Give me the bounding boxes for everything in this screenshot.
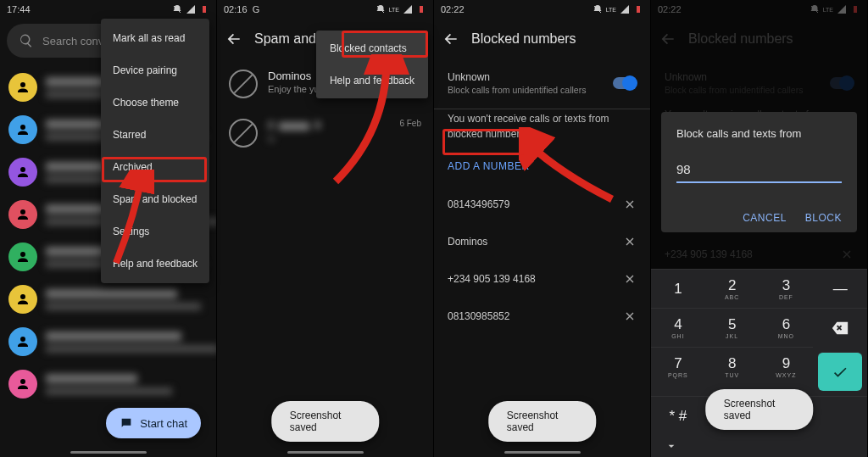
blocked-row: +234 905 139 4168	[434, 260, 650, 298]
clock: 02:16	[224, 4, 248, 14]
status-bar: 02:22 LTE	[434, 0, 650, 19]
number-input[interactable]	[676, 160, 842, 183]
snackbar[interactable]: Screenshot saved	[705, 389, 814, 430]
arrow-icon	[103, 170, 154, 271]
conversation-row[interactable]	[0, 363, 216, 405]
key-sym[interactable]: * #	[651, 396, 705, 435]
key-8[interactable]: 8TUV	[705, 347, 760, 386]
block-icon	[229, 70, 258, 98]
cancel-button[interactable]: CANCEL	[743, 212, 787, 224]
unknown-sub: Block calls from unidentified callers	[448, 85, 586, 95]
back-icon[interactable]	[225, 31, 242, 47]
avatar	[8, 242, 37, 271]
snackbar-text: Screenshot saved	[724, 398, 776, 421]
phone-dialog: 02:22 LTE Blocked numbers Unknown Block …	[651, 0, 868, 457]
fab-label: Start chat	[140, 417, 187, 430]
block-icon	[229, 119, 258, 148]
key-backspace[interactable]	[813, 308, 867, 347]
arrow-icon	[327, 54, 420, 190]
clock: 02:22	[441, 4, 465, 14]
key-1[interactable]: 1	[651, 269, 705, 308]
status-icons: LTE	[376, 4, 426, 14]
snackbar[interactable]: Screenshot saved	[271, 401, 380, 442]
clock: 17:44	[7, 4, 31, 14]
blocked-row: 08130985852	[434, 298, 650, 335]
avatar	[8, 285, 37, 314]
status-bar: 17:44	[0, 0, 216, 19]
nav-bar[interactable]	[287, 451, 364, 454]
status-bar: 02:16 G LTE	[217, 0, 433, 19]
remove-icon[interactable]	[623, 309, 637, 323]
key-9[interactable]: 9WXYZ	[760, 347, 814, 386]
back-icon[interactable]	[442, 31, 459, 47]
key-7[interactable]: 7PQRS	[651, 347, 705, 386]
key-sym[interactable]: —	[813, 269, 867, 308]
blocked-number: 08143496579	[448, 198, 509, 210]
menu-item-choose-theme[interactable]: Choose theme	[101, 86, 209, 119]
avatar	[8, 115, 37, 144]
remove-icon[interactable]	[623, 272, 637, 286]
status-extra: G	[253, 4, 260, 14]
avatar	[8, 327, 37, 356]
remove-icon[interactable]	[623, 198, 637, 211]
status-icons: LTE	[593, 4, 643, 14]
block-button[interactable]: BLOCK	[805, 212, 842, 224]
key-done[interactable]	[818, 352, 862, 391]
svg-rect-0	[203, 6, 206, 13]
conversation-preview	[46, 332, 208, 353]
snackbar-text: Screenshot saved	[290, 410, 342, 433]
phone-messages: 17:44 Search conversations	[0, 0, 217, 457]
svg-rect-1	[420, 6, 423, 13]
status-icons	[172, 4, 209, 14]
dialog-title: Block calls and texts from	[676, 127, 842, 140]
header-title: Blocked numbers	[471, 31, 576, 47]
key-2[interactable]: 2ABC	[705, 269, 760, 308]
keypad-collapse[interactable]	[651, 435, 867, 457]
key-5[interactable]: 5JKL	[705, 308, 760, 347]
phone-spam: 02:16 G LTE Spam and blocked Dominos Enj…	[217, 0, 434, 457]
block-dialog: Block calls and texts from CANCEL BLOCK	[661, 112, 857, 232]
snackbar-text: Screenshot saved	[507, 410, 559, 433]
header: Blocked numbers	[434, 19, 650, 59]
blocked-number: 08130985852	[448, 310, 509, 322]
nav-bar[interactable]	[504, 451, 581, 454]
arrow-icon	[519, 127, 620, 212]
search-icon	[19, 33, 34, 48]
phone-blocked: 02:22 LTE Blocked numbers Unknown Block …	[434, 0, 651, 457]
conversation-preview	[46, 374, 208, 395]
avatar	[8, 73, 37, 102]
conversation-preview	[46, 289, 208, 310]
avatar	[8, 200, 37, 229]
key-blank	[813, 396, 867, 435]
avatar	[8, 370, 37, 398]
blocked-row: Dominos	[434, 223, 650, 260]
chat-icon	[120, 416, 133, 430]
avatar	[8, 158, 37, 187]
menu-item-starred[interactable]: Starred	[101, 119, 209, 151]
conversation-row[interactable]	[0, 278, 216, 320]
svg-rect-2	[637, 6, 640, 13]
blocked-number: Dominos	[448, 236, 487, 248]
key-6[interactable]: 6MNO	[760, 308, 814, 347]
menu-item-mark-all-as-read[interactable]: Mark all as read	[101, 22, 209, 54]
start-chat-fab[interactable]: Start chat	[106, 408, 201, 438]
unknown-toggle-row[interactable]: Unknown Block calls from unidentified ca…	[434, 59, 650, 107]
menu-item-device-pairing[interactable]: Device pairing	[101, 54, 209, 86]
unknown-label: Unknown	[448, 71, 586, 83]
key-4[interactable]: 4GHI	[651, 308, 705, 347]
nav-bar[interactable]	[70, 451, 147, 454]
snackbar[interactable]: Screenshot saved	[488, 401, 597, 442]
key-3[interactable]: 3DEF	[760, 269, 814, 308]
blocked-number: +234 905 139 4168	[448, 273, 536, 285]
remove-icon[interactable]	[623, 235, 637, 248]
conversation-row[interactable]	[0, 320, 216, 363]
toggle-switch[interactable]	[613, 77, 637, 89]
